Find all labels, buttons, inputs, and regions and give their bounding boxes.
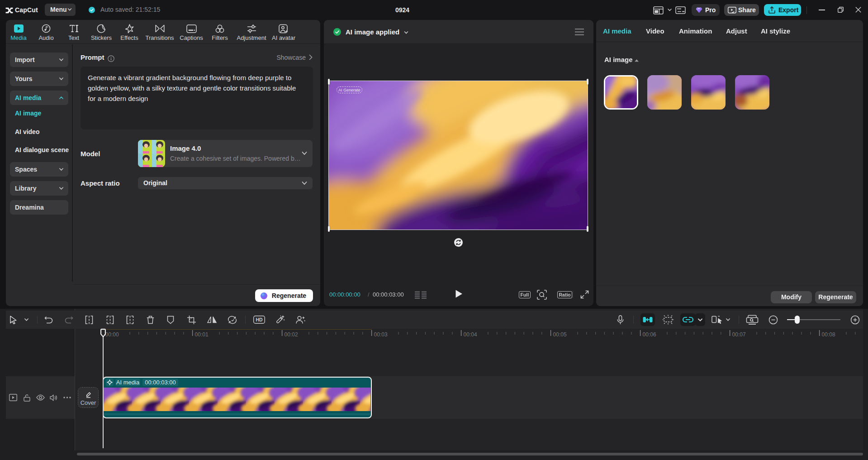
svg-text:HD: HD	[256, 317, 263, 322]
